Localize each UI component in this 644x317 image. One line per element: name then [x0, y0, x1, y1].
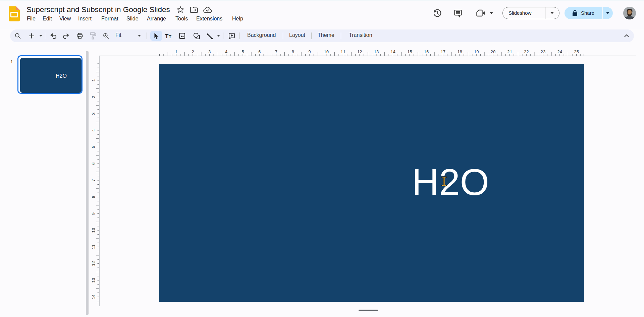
svg-text:2: 2: [92, 96, 96, 99]
svg-text:13: 13: [92, 278, 96, 283]
svg-text:25: 25: [574, 50, 579, 55]
svg-text:10: 10: [324, 50, 329, 55]
svg-text:4: 4: [225, 50, 228, 55]
svg-text:18: 18: [457, 50, 462, 55]
svg-text:22: 22: [524, 50, 529, 55]
svg-text:3: 3: [208, 50, 211, 55]
svg-text:11: 11: [92, 244, 96, 249]
svg-text:7: 7: [275, 50, 278, 55]
svg-text:8: 8: [92, 196, 96, 198]
svg-text:1: 1: [92, 79, 96, 82]
svg-text:11: 11: [340, 50, 345, 55]
svg-text:5: 5: [241, 50, 244, 55]
svg-text:14: 14: [92, 295, 96, 300]
svg-text:6: 6: [258, 50, 261, 55]
svg-text:9: 9: [308, 50, 311, 55]
svg-text:24: 24: [557, 50, 562, 55]
svg-text:4: 4: [92, 129, 96, 132]
svg-text:12: 12: [357, 50, 362, 55]
svg-text:16: 16: [424, 50, 429, 55]
svg-text:21: 21: [507, 50, 512, 55]
svg-text:20: 20: [490, 50, 495, 55]
svg-text:9: 9: [92, 212, 96, 215]
svg-text:6: 6: [92, 163, 96, 165]
svg-text:3: 3: [92, 112, 96, 115]
svg-text:8: 8: [292, 50, 294, 55]
svg-text:17: 17: [440, 50, 445, 55]
svg-text:10: 10: [92, 228, 96, 233]
svg-text:5: 5: [92, 146, 96, 148]
svg-text:12: 12: [92, 261, 96, 266]
svg-text:7: 7: [92, 179, 96, 182]
svg-text:14: 14: [390, 50, 395, 55]
svg-text:23: 23: [541, 50, 546, 55]
svg-text:19: 19: [474, 50, 479, 55]
svg-text:15: 15: [407, 50, 412, 55]
svg-text:13: 13: [374, 50, 379, 55]
svg-text:2: 2: [192, 50, 194, 55]
svg-text:1: 1: [175, 50, 177, 55]
